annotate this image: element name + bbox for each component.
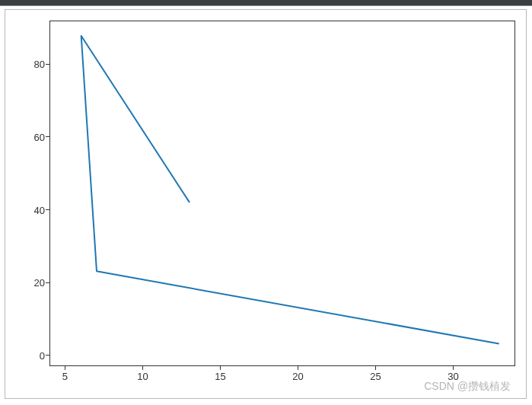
y-tick-mark — [46, 64, 49, 65]
x-tick-mark — [65, 366, 65, 370]
line-plot — [50, 21, 514, 365]
x-tick-label: 25 — [370, 371, 381, 382]
watermark-text: CSDN @攒钱植发 — [424, 380, 511, 394]
x-tick-label: 5 — [62, 371, 68, 382]
y-tick-label: 80 — [14, 59, 45, 70]
x-tick-mark — [298, 366, 298, 370]
y-tick-label: 60 — [14, 131, 45, 142]
x-tick-mark — [142, 366, 143, 370]
plot-area — [49, 21, 515, 366]
x-tick-mark — [220, 366, 221, 370]
x-tick-label: 10 — [137, 371, 148, 382]
y-tick-mark — [46, 136, 49, 137]
y-tick-label: 20 — [14, 277, 45, 289]
y-tick-mark — [46, 209, 49, 210]
x-tick-label: 15 — [215, 371, 225, 382]
chart-container: 51015202530020406080 CSDN @攒钱植发 — [5, 9, 527, 399]
x-tick-label: 20 — [292, 371, 303, 382]
x-tick-mark — [453, 366, 454, 370]
y-tick-label: 0 — [14, 349, 45, 361]
x-tick-mark — [375, 366, 376, 370]
x-tick-label: 30 — [448, 371, 458, 382]
y-tick-mark — [46, 282, 49, 283]
window-titlebar — [0, 0, 532, 6]
y-tick-mark — [46, 355, 49, 356]
y-tick-label: 40 — [14, 204, 45, 215]
